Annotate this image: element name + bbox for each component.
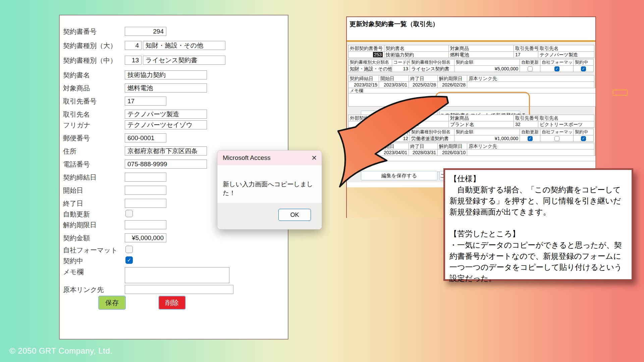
- delete-button[interactable]: 削除: [158, 296, 186, 310]
- category-major-cell[interactable]: 知財・施設・その他: [348, 65, 392, 72]
- external-no-cell[interactable]: 253: [348, 51, 384, 58]
- active-checkbox[interactable]: ✓: [581, 66, 586, 71]
- product-cell[interactable]: 燃料電池: [448, 51, 514, 58]
- start-date-label: 開始日: [63, 186, 83, 195]
- end-date-cell[interactable]: 2025/02/28: [409, 81, 438, 88]
- target-product-label: 対象商品: [63, 84, 90, 93]
- category-mid-cell[interactable]: ライセンス契約書: [410, 65, 454, 72]
- col-header: コード(中): [392, 129, 410, 135]
- code-mid-cell[interactable]: 12: [392, 135, 410, 142]
- auto-renew-checkbox[interactable]: ✓: [528, 136, 533, 141]
- amount-cell[interactable]: ¥1,000,000: [454, 135, 520, 142]
- header-divider-line: [347, 40, 595, 42]
- end-date-cell[interactable]: 2028/03/31: [409, 149, 438, 156]
- col-header: 開始日: [379, 75, 409, 82]
- col-header: 契約金額: [454, 59, 520, 66]
- col-header: コード(中): [392, 59, 410, 66]
- cancel-deadline-cell[interactable]: 2026/02/28: [437, 81, 467, 88]
- dialog-titlebar[interactable]: Microsoft Access ✕: [217, 150, 322, 165]
- own-format-checkbox[interactable]: [554, 136, 559, 141]
- record2-identity-rows: 外部契約書番号 契約書名 対象商品 取引先番号 取引先名 商標ライセンス ブラン…: [348, 115, 596, 128]
- auto-renew-cell: [520, 65, 540, 72]
- col-header: 対象商品: [448, 115, 514, 121]
- amount-cell[interactable]: ¥5,000,000: [454, 65, 520, 72]
- client-name-cell[interactable]: テクノパーツ製造: [538, 51, 594, 58]
- small-orange-rect-annotation: [612, 89, 628, 96]
- active-cell: ✓: [573, 65, 594, 72]
- auto-renew-cell: ✓: [520, 135, 540, 142]
- category-mid-cell[interactable]: 労働者派遣契約書: [410, 135, 454, 142]
- original-link-field[interactable]: [125, 285, 233, 294]
- auto-renew-checkbox[interactable]: [125, 210, 133, 217]
- contract-amount-field[interactable]: [125, 233, 166, 242]
- cancel-deadline-field[interactable]: [125, 220, 166, 229]
- external-no-cell[interactable]: [348, 121, 384, 128]
- memo-label: メモ欄: [63, 267, 84, 277]
- cancel-deadline-cell[interactable]: 2026/03/10: [437, 149, 467, 156]
- auto-renew-checkbox[interactable]: [528, 66, 533, 71]
- start-date-field[interactable]: [125, 186, 166, 195]
- col-header: 契約締結日: [348, 75, 379, 82]
- end-date-field[interactable]: [125, 199, 166, 208]
- memo-field[interactable]: [125, 267, 229, 283]
- col-header: 対象商品: [448, 45, 514, 52]
- col-header: 契約書種別大分類名: [348, 59, 392, 66]
- start-date-cell[interactable]: 2023/04/01: [379, 149, 409, 156]
- original-link-cell[interactable]: [467, 81, 594, 88]
- spec-body: 自動更新する場合、「この契約書をコピーして新規登録する」を押すと、同じ情報を引き…: [449, 184, 627, 218]
- own-format-checkbox[interactable]: ✓: [554, 66, 559, 71]
- save-edit-button[interactable]: 編集を保存する: [361, 171, 437, 180]
- concluded-date-cell[interactable]: 2023/02/15: [348, 81, 379, 88]
- postal-code-label: 郵便番号: [63, 134, 90, 143]
- furigana-field[interactable]: [125, 120, 207, 129]
- postal-code-field[interactable]: [125, 133, 166, 142]
- col-header: 原本リンク先: [467, 143, 594, 149]
- conclusion-date-label: 契約締結日: [63, 173, 97, 182]
- col-header: 取引先番号: [514, 45, 538, 52]
- col-header: 自社フォーマット: [540, 59, 574, 66]
- col-header: 契約中: [573, 129, 594, 135]
- spec-note-box: 【仕様】 自動更新する場合、「この契約書をコピーして新規登録する」を押すと、同じ…: [443, 168, 633, 281]
- col-header: 契約書種別中分類名: [410, 129, 454, 135]
- contract-name-cell[interactable]: 商標ライセンス: [384, 121, 449, 128]
- contract-type-major-code-field[interactable]: [125, 41, 142, 50]
- product-cell[interactable]: ブランド名: [448, 121, 514, 128]
- col-header: 契約書名: [384, 45, 449, 52]
- active-contract-checkbox[interactable]: ✓: [125, 256, 133, 264]
- contract-name-cell[interactable]: 技術協力契約: [384, 51, 449, 58]
- own-format-checkbox[interactable]: [125, 246, 133, 253]
- client-no-cell[interactable]: 17: [514, 51, 538, 58]
- client-no-field[interactable]: [125, 97, 166, 106]
- start-date-cell[interactable]: 2023/03/01: [379, 81, 409, 88]
- code-mid-cell[interactable]: 13: [392, 65, 410, 72]
- contract-name-label: 契約書名: [63, 71, 90, 80]
- col-header: 契約書種別中分類名: [410, 59, 454, 66]
- memo-value-cell[interactable]: [348, 93, 596, 107]
- contract-name-field[interactable]: [125, 70, 207, 79]
- contract-type-major-name-field[interactable]: [143, 41, 225, 50]
- concluded-date-cell[interactable]: 01: [348, 149, 379, 156]
- save-button[interactable]: 保存: [98, 296, 126, 310]
- col-header: 契約書名: [384, 115, 449, 121]
- ok-button[interactable]: OK: [278, 209, 311, 221]
- original-link-cell[interactable]: [467, 149, 594, 156]
- col-header: 外部契約書番号: [348, 45, 384, 52]
- dialog-footer: OK: [217, 203, 322, 230]
- conclusion-date-field[interactable]: [125, 173, 166, 182]
- contract-no-field[interactable]: [125, 27, 166, 36]
- client-no-cell[interactable]: 32: [514, 121, 538, 128]
- col-header: 取引先名: [538, 45, 594, 52]
- original-link-label: 原本リンク先: [63, 285, 104, 294]
- client-name-cell[interactable]: ビクトリースポーツ: [538, 121, 594, 128]
- struggle-heading: 【苦労したところ】: [449, 228, 627, 239]
- category-major-cell[interactable]: 人事: [348, 135, 392, 142]
- phone-field[interactable]: [125, 160, 207, 169]
- contract-type-mid-code-field[interactable]: [125, 56, 142, 65]
- close-icon[interactable]: ✕: [311, 154, 317, 162]
- active-checkbox[interactable]: ✓: [581, 136, 586, 141]
- target-product-field[interactable]: [125, 83, 207, 93]
- client-name-field[interactable]: [125, 110, 207, 119]
- address-field[interactable]: [125, 146, 207, 156]
- contract-type-mid-name-field[interactable]: [143, 56, 225, 65]
- selected-value: 253: [373, 52, 383, 57]
